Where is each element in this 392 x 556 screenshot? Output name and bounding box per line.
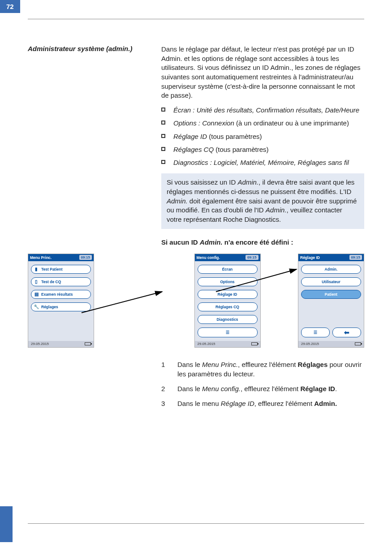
screen-option-button[interactable]: Options xyxy=(198,277,258,286)
test-cq-button[interactable]: ▯Test de CQ xyxy=(31,277,91,286)
screen-footer: 29.05.2015 xyxy=(28,341,94,347)
steps-list: 1 Dans le Menu Princ., effleurez l'éléme… xyxy=(161,360,364,408)
bullet-icon xyxy=(161,134,165,138)
menu-icon: ☰ xyxy=(226,330,229,335)
bullet-icon xyxy=(161,108,165,112)
battery-icon xyxy=(355,342,361,345)
battery-icon xyxy=(251,342,258,345)
screen-time: 09:15 xyxy=(349,255,362,260)
menu-button[interactable]: ☰ xyxy=(301,328,330,337)
restricted-areas-list: Écran : Unité des résultats, Confirmatio… xyxy=(161,106,364,167)
page-content: Administrateur système (admin.) Dans le … xyxy=(28,45,364,414)
menu-button[interactable]: ☰ xyxy=(198,328,258,337)
user-button[interactable]: Utilisateur xyxy=(301,277,361,286)
reglage-id-button[interactable]: Réglage ID xyxy=(198,290,258,299)
screen-id-settings: Réglage ID 09:15 Admin. Utilisateur Pati… xyxy=(298,254,364,348)
note-box: Si vous saisissez un ID Admin., il devra… xyxy=(161,173,364,228)
results-icon: ▤ xyxy=(33,291,39,297)
patient-button[interactable]: Patient xyxy=(301,290,361,299)
screen-title: Réglage ID xyxy=(300,255,349,260)
intro-paragraph: Dans le réglage par défaut, le lecteur n… xyxy=(161,45,364,100)
back-button[interactable]: ⬅ xyxy=(332,328,361,337)
screen-date: 29.05.2015 xyxy=(301,342,319,346)
screen-date: 29.05.2015 xyxy=(31,342,49,346)
list-item: Diagnostics : Logiciel, Matériel, Mémoir… xyxy=(161,158,364,167)
screen-date: 29.05.2015 xyxy=(198,342,215,346)
screens-row: Menu Princ. 09:15 ▮Test Patient ▯Test de… xyxy=(28,254,364,350)
screen-title: Menu config. xyxy=(197,255,246,260)
screen-config-menu: Menu config. 09:15 Écran Options Réglage… xyxy=(194,254,261,348)
wrench-icon: 🔧 xyxy=(33,304,39,310)
sub-heading: Si aucun ID Admin. n'a encore été défini… xyxy=(161,238,364,247)
screen-option-button[interactable]: Réglages CQ xyxy=(198,302,258,311)
section-title: Administrateur système (admin.) xyxy=(28,45,153,52)
screen-option-button[interactable]: Écran xyxy=(198,265,258,274)
bullet-icon xyxy=(161,147,165,151)
top-rule xyxy=(28,19,364,19)
bullet-icon xyxy=(161,160,165,164)
screen-main-menu: Menu Princ. 09:15 ▮Test Patient ▯Test de… xyxy=(28,254,94,348)
screen-footer: 29.05.2015 xyxy=(195,341,260,347)
arrow-left-icon: ⬅ xyxy=(344,329,349,336)
step-item: 3 Dans le menu Réglage ID, effleurez l'é… xyxy=(161,399,364,408)
side-color-bar xyxy=(0,506,13,542)
bullet-icon xyxy=(161,121,165,125)
review-results-button[interactable]: ▤Examen résultats xyxy=(31,290,91,299)
settings-button[interactable]: 🔧Réglages xyxy=(31,302,91,311)
screen-time: 09:15 xyxy=(246,255,258,260)
qc-icon: ▯ xyxy=(33,279,39,285)
screen-header: Menu config. 09:15 xyxy=(195,254,260,261)
bottom-rule xyxy=(28,523,364,524)
page-number: 72 xyxy=(0,0,20,13)
screen-title: Menu Princ. xyxy=(30,255,79,260)
screen-option-button[interactable]: Diagnostics xyxy=(198,315,258,324)
screen-time: 09:15 xyxy=(79,255,92,260)
battery-icon xyxy=(85,342,91,345)
step-item: 2 Dans le Menu config., effleurez l'élém… xyxy=(161,384,364,393)
list-item: Options : Connexion (à un ordinateur ou … xyxy=(161,119,364,128)
admin-button[interactable]: Admin. xyxy=(301,265,361,274)
test-strip-icon: ▮ xyxy=(33,266,39,272)
screen-footer: 29.05.2015 xyxy=(298,341,364,347)
test-patient-button[interactable]: ▮Test Patient xyxy=(31,265,91,274)
screen-header: Menu Princ. 09:15 xyxy=(28,254,94,261)
list-item: Réglages CQ (tous paramètres) xyxy=(161,145,364,154)
screen-header: Réglage ID 09:15 xyxy=(298,254,364,261)
list-item: Écran : Unité des résultats, Confirmatio… xyxy=(161,106,364,115)
list-item: Réglage ID (tous paramètres) xyxy=(161,132,364,141)
menu-icon: ☰ xyxy=(314,330,317,335)
step-item: 1 Dans le Menu Princ., effleurez l'éléme… xyxy=(161,360,364,379)
